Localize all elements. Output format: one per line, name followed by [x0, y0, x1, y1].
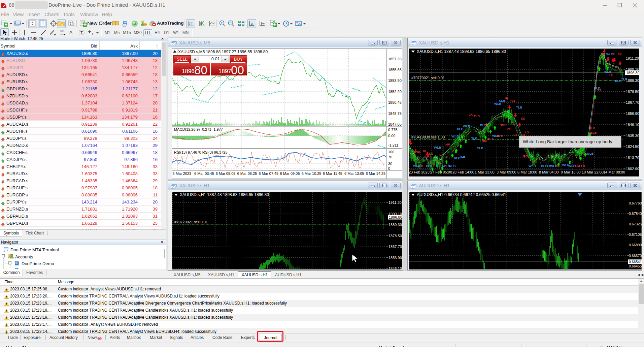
svg-text:1867.70: 1867.70 — [388, 245, 402, 249]
svg-text:1867.70: 1867.70 — [626, 100, 639, 104]
svg-text:T: T — [80, 31, 83, 35]
svg-text:BH: BH — [510, 99, 515, 103]
svg-text:BLB: BLB — [497, 134, 503, 138]
svg-text:27 Feb 05:00: 27 Feb 05:00 — [430, 170, 452, 174]
svg-text:1 Mar 23:00: 1 Mar 23:00 — [475, 170, 495, 174]
svg-text:8 Mar 04:00: 8 Mar 04:00 — [539, 170, 559, 174]
svg-text:TLS: TLS — [487, 137, 494, 141]
svg-text:1852.20: 1852.20 — [388, 90, 402, 94]
svg-text:6 Mar 10:25: 6 Mar 10:25 — [302, 171, 321, 176]
svg-text:AUDUSD.s,H1 0.66734 0.66742 0: AUDUSD.s,H1 0.66734 0.66742 0.66525 0.66… — [417, 192, 506, 197]
svg-text:28 Feb 14:00: 28 Feb 14:00 — [452, 170, 474, 174]
svg-text:WLB: WLB — [451, 134, 459, 138]
svg-text:0.00: 0.00 — [388, 134, 395, 138]
svg-text:F: F — [64, 33, 66, 36]
svg-text:XAUUSD.s,H1 1887.48 1898.63 1: XAUUSD.s,H1 1887.48 1898.63 1886.65 1896… — [417, 49, 506, 54]
svg-text:BLB: BLB — [590, 131, 597, 134]
svg-text:1878.50: 1878.50 — [626, 90, 639, 94]
svg-text:1889.30: 1889.30 — [388, 223, 402, 227]
svg-text:TLB: TLB — [621, 77, 628, 81]
svg-text:E: E — [54, 33, 56, 36]
svg-text:SS: SS — [429, 152, 433, 155]
svg-text:White Long Bar larger than ave: White Long Bar larger than average up bo… — [523, 139, 612, 144]
svg-text:14 Mar 08:00: 14 Mar 08:00 — [603, 170, 625, 174]
svg-text:0.67325: 0.67325 — [629, 222, 642, 226]
svg-text:WLB: WLB — [568, 164, 576, 168]
svg-text:#70419830 sell 1.00: #70419830 sell 1.00 — [411, 135, 445, 139]
svg-text:HI: HI — [505, 96, 508, 100]
svg-text:1802.90: 1802.90 — [626, 167, 639, 171]
svg-text:RSI(13) 67.4670 RSI(3) 96.372: RSI(13) 67.4670 RSI(3) 96.3725 — [174, 150, 227, 154]
svg-text:6 Mar 13:05: 6 Mar 13:05 — [344, 171, 364, 176]
svg-text:CLB: CLB — [477, 146, 483, 150]
svg-text:70: 70 — [388, 155, 392, 159]
svg-text:6 Mar 05:05: 6 Mar 05:05 — [216, 171, 236, 176]
svg-text:SS: SS — [521, 117, 525, 120]
svg-text:HI: HI — [484, 123, 488, 126]
svg-text:LX: LX — [525, 130, 530, 134]
svg-text:1856.90: 1856.90 — [388, 256, 402, 260]
svg-text:0: 0 — [388, 166, 390, 170]
svg-text:23 Feb 2023: 23 Feb 2023 — [409, 170, 430, 174]
svg-text:1846.10: 1846.10 — [626, 123, 639, 127]
svg-text:TLB: TLB — [459, 155, 466, 158]
svg-text:CLB: CLB — [457, 127, 464, 131]
svg-text:WLB: WLB — [529, 164, 536, 168]
svg-text:1848.75: 1848.75 — [388, 112, 402, 116]
svg-text:3 Mar 09:00: 3 Mar 09:00 — [497, 170, 516, 174]
svg-text:LX: LX — [431, 164, 435, 168]
svg-text:LX: LX — [609, 73, 613, 77]
svg-text:XAUUSD.s,H1 1887.48 1898.63 1: XAUUSD.s,H1 1887.48 1898.63 1886.65 1896… — [180, 192, 269, 197]
svg-text:1855.65: 1855.65 — [388, 68, 402, 72]
svg-text:0.67105: 0.67105 — [629, 232, 642, 236]
svg-text:BLB: BLB — [588, 126, 595, 130]
svg-text:0.66670: 0.66670 — [629, 254, 642, 258]
svg-text:SX: SX — [617, 52, 622, 56]
svg-text:BLB: BLB — [436, 164, 443, 168]
svg-text:BH: BH — [523, 154, 528, 157]
svg-text:1911.20: 1911.20 — [626, 56, 639, 60]
svg-text:9 Mar 13:00: 9 Mar 13:00 — [561, 170, 581, 174]
svg-text:1857.35: 1857.35 — [388, 57, 402, 61]
svg-text:WLB: WLB — [463, 124, 470, 128]
svg-text:#70770021 sell 0.01: #70770021 sell 0.01 — [174, 220, 208, 224]
svg-text:100: 100 — [388, 150, 394, 154]
svg-text:HM: HM — [445, 143, 450, 146]
svg-text:0.67760: 0.67760 — [629, 201, 642, 205]
svg-text:LX: LX — [581, 164, 585, 168]
svg-text:0.775: 0.775 — [388, 128, 398, 132]
svg-text:#70770021 sell 0.01: #70770021 sell 0.01 — [411, 76, 445, 80]
svg-text:HI: HI — [417, 150, 420, 154]
svg-text:0.67540: 0.67540 — [629, 212, 642, 216]
svg-text:0.66890: 0.66890 — [629, 243, 642, 247]
svg-text:HI: HI — [507, 127, 511, 130]
svg-text:SS: SS — [597, 88, 601, 92]
svg-text:1856.90: 1856.90 — [626, 112, 639, 116]
svg-text:1896.80: 1896.80 — [626, 71, 639, 75]
svg-text:6 Mar 09:05: 6 Mar 09:05 — [280, 171, 300, 176]
svg-text:1853.90: 1853.90 — [388, 78, 402, 83]
svg-text:WLB: WLB — [434, 146, 441, 149]
svg-text:TLS: TLS — [474, 114, 480, 118]
svg-text:HM: HM — [482, 139, 487, 143]
svg-text:1835.30: 1835.30 — [626, 134, 639, 138]
svg-text:HM: HM — [575, 164, 580, 168]
svg-text:LX: LX — [469, 113, 473, 116]
svg-text:1813.70: 1813.70 — [626, 156, 639, 160]
svg-text:0.66541: 0.66541 — [629, 260, 642, 264]
svg-text:1850.45: 1850.45 — [388, 100, 402, 104]
svg-text:6 Mar 2023: 6 Mar 2023 — [173, 171, 192, 176]
svg-text:1878.50: 1878.50 — [388, 234, 402, 238]
svg-text:BH: BH — [501, 123, 506, 127]
svg-text:SS: SS — [556, 164, 561, 168]
svg-text:HI: HI — [419, 164, 423, 168]
svg-text:30: 30 — [388, 162, 392, 166]
svg-text:TLB: TLB — [516, 105, 522, 109]
svg-text:1911.20: 1911.20 — [388, 200, 402, 204]
svg-text:6 Mar 03:45: 6 Mar 03:45 — [194, 171, 214, 176]
svg-text:1824.50: 1824.50 — [626, 145, 639, 149]
svg-text:6 Mar 07:45: 6 Mar 07:45 — [259, 171, 278, 176]
svg-text:HI: HI — [611, 52, 615, 56]
svg-text:1847.05: 1847.05 — [388, 122, 402, 126]
svg-text:XAUUSD.s,M5 1896.88 1897.27 1: XAUUSD.s,M5 1896.88 1897.27 1896.55 1896… — [178, 50, 268, 54]
